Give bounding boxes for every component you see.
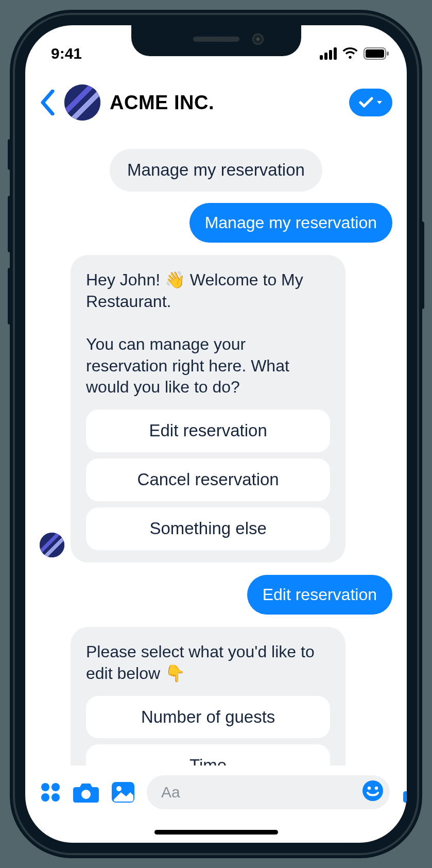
option-time[interactable]: Time bbox=[86, 744, 330, 765]
wifi-icon bbox=[342, 47, 358, 60]
battery-icon bbox=[364, 47, 389, 60]
input-bar bbox=[25, 767, 407, 818]
smile-icon bbox=[362, 780, 384, 802]
avatar[interactable] bbox=[64, 84, 100, 121]
svg-point-10 bbox=[362, 780, 383, 801]
screen: 9:41 bbox=[25, 25, 407, 843]
svg-rect-1 bbox=[366, 49, 384, 58]
svg-point-7 bbox=[81, 790, 91, 799]
image-icon bbox=[111, 781, 135, 804]
home-indicator[interactable] bbox=[154, 830, 278, 835]
svg-point-11 bbox=[368, 786, 371, 789]
message-input[interactable] bbox=[161, 784, 357, 801]
svg-point-9 bbox=[116, 786, 122, 791]
notch bbox=[131, 25, 301, 56]
volume-up-button bbox=[8, 196, 13, 252]
status-time: 9:41 bbox=[51, 45, 82, 62]
apps-button[interactable] bbox=[40, 781, 61, 803]
header: ACME INC. bbox=[25, 72, 407, 133]
option-edit-reservation[interactable]: Edit reservation bbox=[86, 410, 330, 452]
emoji-button[interactable] bbox=[362, 780, 384, 805]
option-something-else[interactable]: Something else bbox=[86, 507, 330, 550]
chevron-down-icon bbox=[376, 100, 383, 105]
bot-message-text: Please select what you'd like to edit be… bbox=[86, 641, 330, 684]
conversation[interactable]: Manage my reservation Manage my reservat… bbox=[25, 139, 407, 765]
grid-icon bbox=[40, 781, 61, 803]
quick-reply-chip[interactable]: Manage my reservation bbox=[110, 149, 322, 192]
power-button bbox=[419, 222, 424, 309]
svg-point-5 bbox=[41, 793, 49, 802]
like-button[interactable] bbox=[401, 780, 407, 805]
mute-switch bbox=[8, 139, 13, 170]
page-title: ACME INC. bbox=[110, 92, 214, 114]
option-cancel-reservation[interactable]: Cancel reservation bbox=[86, 458, 330, 501]
volume-down-button bbox=[8, 268, 13, 325]
compose-field[interactable] bbox=[147, 775, 390, 809]
cellular-signal-icon bbox=[320, 47, 337, 60]
bot-message-text: Hey John! 👋 Welcome to My Restaurant. Yo… bbox=[86, 269, 330, 398]
thumbs-up-icon bbox=[401, 780, 407, 805]
svg-point-3 bbox=[41, 783, 49, 791]
notch-camera bbox=[252, 33, 264, 45]
bot-avatar[interactable] bbox=[40, 533, 64, 557]
svg-point-6 bbox=[51, 793, 60, 802]
svg-point-4 bbox=[51, 783, 60, 791]
phone-frame: 9:41 bbox=[15, 15, 417, 853]
check-icon bbox=[359, 97, 373, 108]
option-number-of-guests[interactable]: Number of guests bbox=[86, 696, 330, 739]
header-action-button[interactable] bbox=[349, 89, 392, 116]
bot-message: Hey John! 👋 Welcome to My Restaurant. Yo… bbox=[71, 255, 345, 562]
gallery-button[interactable] bbox=[111, 781, 135, 804]
user-message: Edit reservation bbox=[247, 575, 392, 615]
camera-button[interactable] bbox=[73, 781, 99, 804]
notch-speaker bbox=[193, 37, 239, 42]
user-message: Manage my reservation bbox=[189, 203, 392, 243]
camera-icon bbox=[73, 781, 99, 804]
bot-message: Please select what you'd like to edit be… bbox=[71, 627, 345, 765]
back-button[interactable] bbox=[40, 90, 55, 115]
svg-rect-2 bbox=[387, 52, 389, 56]
svg-point-12 bbox=[375, 786, 378, 789]
